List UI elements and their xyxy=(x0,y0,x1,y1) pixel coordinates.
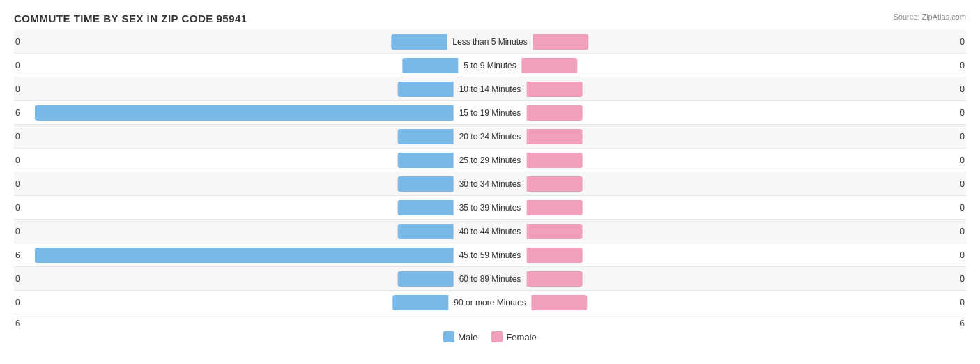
label-pink-bar xyxy=(526,271,582,287)
female-value: 0 xyxy=(960,156,965,165)
bottom-right-label: 6 xyxy=(960,319,965,328)
male-value: 0 xyxy=(15,132,20,142)
male-value: 0 xyxy=(15,227,20,236)
bottom-labels: 6 6 xyxy=(14,319,966,328)
label-cell: Less than 5 Minutes xyxy=(391,34,588,50)
male-value: 0 xyxy=(15,179,20,189)
male-value: 0 xyxy=(15,61,20,70)
male-value: 0 xyxy=(15,298,20,308)
label-pink-bar xyxy=(526,105,582,121)
legend: Male Female xyxy=(14,331,966,342)
male-bar xyxy=(35,248,406,263)
bar-row: 025 to 29 Minutes0 xyxy=(14,149,966,172)
bars-area: 0Less than 5 Minutes005 to 9 Minutes0010… xyxy=(14,30,966,314)
label-pink-bar xyxy=(533,34,589,50)
legend-male-label: Male xyxy=(458,332,477,342)
legend-male: Male xyxy=(443,331,477,342)
female-value: 0 xyxy=(960,274,965,284)
label-blue-bar xyxy=(398,271,454,287)
male-value: 0 xyxy=(15,84,20,94)
label-pink-bar xyxy=(526,248,582,263)
bar-row: 0Less than 5 Minutes0 xyxy=(14,30,966,54)
row-label: 40 to 44 Minutes xyxy=(454,224,527,239)
bar-row: 645 to 59 Minutes0 xyxy=(14,243,966,267)
label-cell: 30 to 34 Minutes xyxy=(398,176,583,192)
female-value: 0 xyxy=(960,61,965,70)
row-label: 35 to 39 Minutes xyxy=(454,200,527,215)
label-blue-bar xyxy=(398,176,454,192)
row-label: 10 to 14 Minutes xyxy=(454,82,527,97)
chart-title: COMMUTE TIME BY SEX IN ZIP CODE 95941 xyxy=(14,13,966,24)
female-value: 0 xyxy=(960,108,965,118)
bar-row: 035 to 39 Minutes0 xyxy=(14,196,966,220)
male-bar xyxy=(35,105,406,121)
female-value: 0 xyxy=(960,84,965,94)
label-cell: 25 to 29 Minutes xyxy=(398,153,583,168)
bar-row: 060 to 89 Minutes0 xyxy=(14,267,966,291)
label-pink-bar xyxy=(526,200,582,215)
label-pink-bar xyxy=(526,224,582,239)
row-label: 30 to 34 Minutes xyxy=(454,176,527,192)
label-pink-bar xyxy=(526,129,582,144)
label-pink-bar xyxy=(526,176,582,192)
bar-row: 040 to 44 Minutes0 xyxy=(14,220,966,243)
female-value: 0 xyxy=(960,132,965,142)
male-value: 0 xyxy=(15,156,20,165)
male-value: 0 xyxy=(15,203,20,213)
row-label: 15 to 19 Minutes xyxy=(454,105,527,121)
label-pink-bar xyxy=(522,58,578,73)
bar-row: 020 to 24 Minutes0 xyxy=(14,125,966,149)
row-label: 25 to 29 Minutes xyxy=(454,153,527,168)
male-value: 6 xyxy=(15,108,20,118)
label-cell: 20 to 24 Minutes xyxy=(398,129,583,144)
legend-female: Female xyxy=(491,331,536,342)
label-blue-bar xyxy=(398,129,454,144)
male-swatch xyxy=(443,331,454,342)
female-value: 0 xyxy=(960,227,965,236)
label-blue-bar xyxy=(391,34,447,50)
legend-female-label: Female xyxy=(506,332,536,342)
bar-row: 090 or more Minutes0 xyxy=(14,291,966,314)
chart-container: COMMUTE TIME BY SEX IN ZIP CODE 95941 So… xyxy=(0,0,980,364)
label-blue-bar xyxy=(398,153,454,168)
female-value: 0 xyxy=(960,203,965,213)
label-blue-bar xyxy=(398,224,454,239)
bottom-left-label: 6 xyxy=(15,319,20,328)
male-value: 0 xyxy=(15,37,20,47)
label-cell: 15 to 19 Minutes xyxy=(398,105,583,121)
label-cell: 5 to 9 Minutes xyxy=(402,58,577,73)
label-pink-bar xyxy=(532,295,588,310)
female-value: 0 xyxy=(960,250,965,260)
label-blue-bar xyxy=(398,248,454,263)
bar-row: 030 to 34 Minutes0 xyxy=(14,172,966,196)
label-blue-bar xyxy=(398,105,454,121)
female-value: 0 xyxy=(960,179,965,189)
label-pink-bar xyxy=(526,153,582,168)
label-blue-bar xyxy=(398,82,454,97)
female-swatch xyxy=(491,331,503,342)
label-blue-bar xyxy=(392,295,448,310)
row-label: 45 to 59 Minutes xyxy=(454,248,527,263)
label-blue-bar xyxy=(398,200,454,215)
male-value: 6 xyxy=(15,250,20,260)
label-blue-bar xyxy=(402,58,458,73)
source-text: Source: ZipAtlas.com xyxy=(893,13,966,21)
row-label: 20 to 24 Minutes xyxy=(454,129,527,144)
label-cell: 40 to 44 Minutes xyxy=(398,224,583,239)
label-cell: 90 or more Minutes xyxy=(392,295,587,310)
label-cell: 10 to 14 Minutes xyxy=(398,82,583,97)
row-label: 5 to 9 Minutes xyxy=(458,58,521,73)
row-label: 60 to 89 Minutes xyxy=(454,271,527,287)
bar-row: 05 to 9 Minutes0 xyxy=(14,54,966,77)
label-cell: 35 to 39 Minutes xyxy=(398,200,583,215)
label-pink-bar xyxy=(526,82,582,97)
label-cell: 60 to 89 Minutes xyxy=(398,271,583,287)
bar-row: 010 to 14 Minutes0 xyxy=(14,77,966,101)
bar-row: 615 to 19 Minutes0 xyxy=(14,101,966,125)
row-label: 90 or more Minutes xyxy=(448,295,531,310)
male-value: 0 xyxy=(15,274,20,284)
label-cell: 45 to 59 Minutes xyxy=(398,248,583,263)
female-value: 0 xyxy=(960,298,965,308)
female-value: 0 xyxy=(960,37,965,47)
row-label: Less than 5 Minutes xyxy=(447,34,533,50)
